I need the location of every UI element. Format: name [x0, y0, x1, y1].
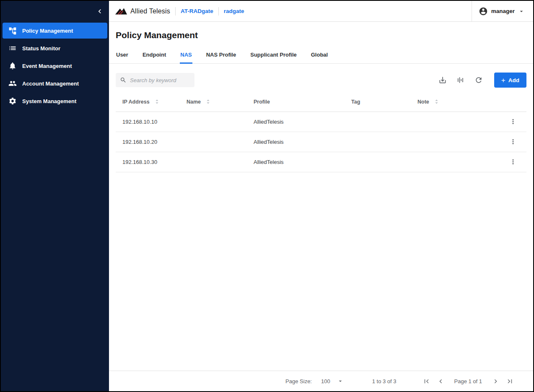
cell-profile: AlliedTelesis	[247, 132, 345, 152]
cell-tag	[345, 132, 411, 152]
sort-icon	[154, 99, 160, 105]
app-window: Policy Management Status Monitor Event M…	[0, 0, 534, 392]
brand: Allied Telesis	[115, 7, 170, 16]
sidebar-item-label: System Management	[22, 98, 76, 104]
previous-page-button[interactable]	[435, 375, 447, 387]
product-link[interactable]: AT-RADgate	[181, 8, 213, 14]
column-label: Name	[187, 99, 201, 105]
row-actions-button[interactable]	[506, 155, 520, 169]
first-page-button[interactable]	[421, 375, 433, 387]
table-toolbar: + Add	[109, 64, 533, 92]
cell-profile: AlliedTelesis	[247, 112, 345, 132]
column-label: Tag	[351, 99, 360, 105]
tab-supplicant-profile[interactable]: Supplicant Profile	[250, 46, 297, 63]
sidebar-item-system-management[interactable]: System Management	[3, 93, 107, 109]
tab-user[interactable]: User	[116, 46, 129, 63]
cell-profile: AlliedTelesis	[247, 152, 345, 172]
user-menu[interactable]: manager	[472, 1, 533, 21]
column-header-tag: Tag	[345, 92, 411, 112]
allied-telesis-logo-icon	[115, 7, 127, 16]
cell-ip-address: 192.168.10.10	[116, 112, 180, 132]
sidebar: Policy Management Status Monitor Event M…	[1, 1, 109, 391]
chevron-right-icon	[492, 377, 500, 385]
cell-ip-address: 192.168.10.20	[116, 132, 180, 152]
next-page-button[interactable]	[490, 375, 501, 387]
sidebar-item-label: Policy Management	[22, 28, 73, 34]
pagination-nav: Page 1 of 1	[421, 375, 516, 387]
table-row: 192.168.10.20 AlliedTelesis	[116, 132, 526, 152]
cell-note	[411, 132, 506, 152]
cell-note	[411, 112, 506, 132]
person-icon	[479, 7, 488, 16]
cell-ip-address: 192.168.10.30	[116, 152, 180, 172]
page-size-select[interactable]: 100	[321, 378, 344, 384]
sidebar-nav: Policy Management Status Monitor Event M…	[1, 22, 109, 110]
row-actions-button[interactable]	[506, 115, 520, 128]
tab-nas-profile[interactable]: NAS Profile	[206, 46, 237, 63]
sidebar-item-account-management[interactable]: Account Management	[3, 75, 107, 91]
sidebar-collapse-button[interactable]	[96, 7, 104, 16]
column-label: Profile	[254, 99, 270, 105]
column-label: IP Address	[122, 99, 150, 105]
tab-bar: User Endpoint NAS NAS Profile Supplicant…	[109, 46, 533, 64]
sidebar-item-status-monitor[interactable]: Status Monitor	[3, 40, 107, 56]
cell-tag	[345, 152, 411, 172]
row-actions-button[interactable]	[506, 135, 520, 148]
nas-table: IP Address Name Profile	[116, 92, 526, 172]
chevron-down-icon	[337, 378, 344, 384]
last-page-button[interactable]	[504, 375, 516, 387]
cell-name	[180, 112, 247, 132]
add-button-label: Add	[508, 77, 519, 83]
cell-note	[411, 152, 506, 172]
cell-name	[180, 152, 247, 172]
chevron-left-icon	[437, 377, 445, 385]
search-input[interactable]	[130, 77, 190, 83]
kebab-icon	[509, 118, 517, 125]
device-link[interactable]: radgate	[224, 8, 244, 14]
chevron-left-icon	[96, 7, 104, 16]
page-title: Policy Management	[116, 30, 526, 40]
page-size-label: Page Size:	[285, 378, 312, 384]
plus-icon: +	[501, 77, 505, 84]
kebab-icon	[509, 158, 517, 166]
sidebar-item-label: Event Management	[22, 63, 72, 69]
last-page-icon	[506, 377, 514, 385]
table-row: 192.168.10.30 AlliedTelesis	[116, 152, 526, 172]
pagination-bar: Page Size: 100 1 to 3 of 3 Page 1 of 1	[109, 371, 533, 391]
search-box	[116, 73, 194, 87]
sidebar-item-policy-management[interactable]: Policy Management	[3, 23, 107, 39]
refresh-icon	[474, 76, 483, 84]
first-page-icon	[423, 377, 430, 385]
column-header-profile: Profile	[247, 92, 345, 112]
column-header-note[interactable]: Note	[411, 92, 506, 112]
add-button[interactable]: + Add	[494, 73, 526, 88]
download-icon	[438, 76, 447, 84]
sort-icon	[205, 99, 211, 105]
policy-tree-icon	[8, 26, 17, 35]
list-icon	[8, 44, 17, 52]
cell-name	[180, 132, 247, 152]
tab-endpoint[interactable]: Endpoint	[142, 46, 166, 63]
column-header-name[interactable]: Name	[180, 92, 247, 112]
gear-icon	[8, 97, 17, 105]
tab-nas[interactable]: NAS	[180, 46, 192, 63]
divider	[175, 7, 176, 16]
sidebar-header	[1, 1, 109, 22]
sidebar-item-event-management[interactable]: Event Management	[3, 58, 107, 74]
kebab-icon	[509, 138, 517, 145]
refresh-button[interactable]	[472, 73, 485, 87]
pagination-range: 1 to 3 of 3	[372, 378, 397, 384]
sidebar-item-label: Status Monitor	[22, 45, 60, 52]
page-indicator: Page 1 of 1	[454, 378, 482, 384]
column-header-ip-address[interactable]: IP Address	[116, 92, 180, 112]
page-header: Policy Management	[109, 22, 533, 40]
download-button[interactable]	[436, 73, 449, 87]
column-label: Note	[417, 99, 429, 105]
cell-tag	[345, 112, 411, 132]
chevron-down-icon	[518, 8, 525, 15]
user-name: manager	[491, 8, 515, 14]
people-icon	[8, 79, 17, 88]
column-settings-button[interactable]	[454, 73, 467, 87]
content-panel: + Add IP Address	[109, 64, 533, 391]
tab-global[interactable]: Global	[311, 46, 328, 63]
